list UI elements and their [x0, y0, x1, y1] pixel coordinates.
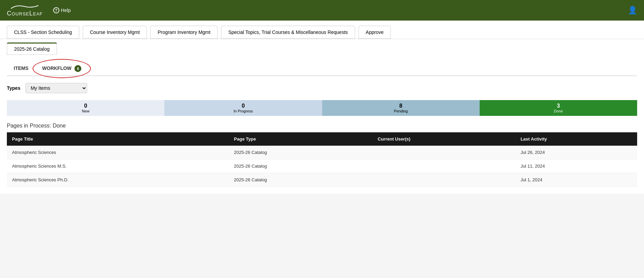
status-done[interactable]: 3 Done — [480, 100, 637, 116]
user-icon[interactable]: 👤 — [628, 6, 637, 15]
table-row: Atmospheric Sciences 2025-26 Catalog Jul… — [7, 146, 637, 159]
status-inprogress-count: 0 — [242, 103, 245, 109]
header-left: CourseLeaf ? Help — [7, 4, 71, 17]
col-last-activity: Last Activity — [515, 132, 637, 146]
types-select[interactable]: My Items All Items In Progress Pending D… — [25, 83, 87, 93]
nav-tab-approve[interactable]: Approve — [359, 26, 391, 39]
cell-title-3[interactable]: Atmospheric Sciences Ph.D. — [7, 173, 229, 187]
status-new-label: New — [82, 109, 90, 113]
nav-tab-course-inv[interactable]: Course Inventory Mgmt — [83, 26, 147, 39]
status-pending-count: 8 — [399, 103, 402, 109]
col-current-users: Current User(s) — [373, 132, 515, 146]
status-inprogress-label: In Progress — [234, 109, 253, 113]
logo-swoosh-icon — [9, 4, 40, 10]
cell-title-1[interactable]: Atmospheric Sciences — [7, 146, 229, 159]
cell-activity-3: Jul 1, 2024 — [515, 173, 637, 187]
types-label: Types — [7, 85, 20, 91]
nav-tab-special-topics[interactable]: Special Topics, Trial Courses & Miscella… — [221, 26, 355, 39]
logo-text: CourseLeaf — [7, 10, 43, 17]
main-content: ITEMS WORKFLOW 6 Types My Items All Item… — [0, 55, 644, 194]
tab-items[interactable]: ITEMS — [7, 62, 35, 75]
data-table: Page Title Page Type Current User(s) Las… — [7, 132, 637, 187]
workflow-badge: 6 — [74, 65, 81, 72]
cell-activity-1: Jul 26, 2024 — [515, 146, 637, 159]
tab-workflow[interactable]: WORKFLOW 6 — [35, 62, 88, 75]
nav-tabs-row: CLSS - Section Scheduling Course Invento… — [7, 26, 637, 39]
pages-heading: Pages in Process: Done — [7, 123, 637, 129]
cell-users-3 — [373, 173, 515, 187]
status-done-count: 3 — [557, 103, 560, 109]
help-button[interactable]: ? Help — [53, 7, 71, 13]
cell-users-1 — [373, 146, 515, 159]
cell-title-2[interactable]: Atmospheric Sciences M.S. — [7, 159, 229, 173]
cell-pagetype-1: 2025-26 Catalog — [229, 146, 373, 159]
header: CourseLeaf ? Help 👤 — [0, 0, 644, 21]
section-tabs: ITEMS WORKFLOW 6 — [7, 62, 637, 76]
cell-pagetype-3: 2025-26 Catalog — [229, 173, 373, 187]
logo: CourseLeaf — [7, 4, 43, 17]
help-label: Help — [61, 8, 71, 13]
status-pending-label: Pending — [394, 109, 408, 113]
nav-tab-clss[interactable]: CLSS - Section Scheduling — [7, 26, 79, 39]
table-row: Atmospheric Sciences M.S. 2025-26 Catalo… — [7, 159, 637, 173]
workflow-tab-wrapper: WORKFLOW 6 — [35, 62, 88, 75]
catalog-tab[interactable]: 2025-26 Catalog — [7, 43, 57, 55]
catalog-row: 2025-26 Catalog — [0, 39, 644, 55]
table-row: Atmospheric Sciences Ph.D. 2025-26 Catal… — [7, 173, 637, 187]
status-pending[interactable]: 8 Pending — [322, 100, 480, 116]
status-done-label: Done — [554, 109, 563, 113]
col-page-type: Page Type — [229, 132, 373, 146]
nav-area: CLSS - Section Scheduling Course Invento… — [0, 21, 644, 39]
cell-users-2 — [373, 159, 515, 173]
help-icon: ? — [53, 7, 59, 13]
nav-tab-program-inv[interactable]: Program Inventory Mgmt — [150, 26, 218, 39]
cell-activity-2: Jul 11, 2024 — [515, 159, 637, 173]
types-row: Types My Items All Items In Progress Pen… — [7, 83, 637, 93]
status-bar: 0 New 0 In Progress 8 Pending 3 Done — [7, 100, 637, 116]
table-header-row: Page Title Page Type Current User(s) Las… — [7, 132, 637, 146]
status-new-count: 0 — [84, 103, 87, 109]
cell-pagetype-2: 2025-26 Catalog — [229, 159, 373, 173]
status-new[interactable]: 0 New — [7, 100, 164, 116]
col-page-title: Page Title — [7, 132, 229, 146]
status-inprogress[interactable]: 0 In Progress — [164, 100, 322, 116]
